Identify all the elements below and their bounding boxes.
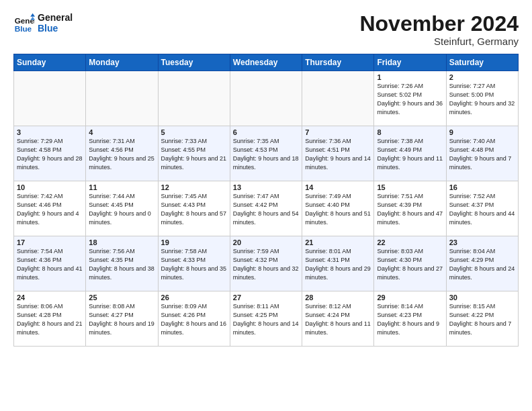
table-row: 16Sunrise: 7:52 AM Sunset: 4:37 PM Dayli… <box>446 181 518 236</box>
day-info: Sunrise: 7:26 AM Sunset: 5:02 PM Dayligh… <box>377 82 443 117</box>
day-number: 3 <box>17 128 83 136</box>
table-row: 10Sunrise: 7:42 AM Sunset: 4:46 PM Dayli… <box>14 181 86 236</box>
day-info: Sunrise: 7:58 AM Sunset: 4:33 PM Dayligh… <box>161 247 227 282</box>
day-info: Sunrise: 8:15 AM Sunset: 4:22 PM Dayligh… <box>449 302 515 337</box>
day-info: Sunrise: 7:59 AM Sunset: 4:32 PM Dayligh… <box>233 247 299 282</box>
table-row: 24Sunrise: 8:06 AM Sunset: 4:28 PM Dayli… <box>14 291 86 347</box>
table-row: 1Sunrise: 7:26 AM Sunset: 5:02 PM Daylig… <box>374 71 446 126</box>
table-row: 22Sunrise: 8:03 AM Sunset: 4:30 PM Dayli… <box>374 236 446 291</box>
header-saturday: Saturday <box>446 54 518 71</box>
header-sunday: Sunday <box>14 54 86 71</box>
table-row: 7Sunrise: 7:36 AM Sunset: 4:51 PM Daylig… <box>302 126 374 181</box>
table-row: 5Sunrise: 7:33 AM Sunset: 4:55 PM Daylig… <box>158 126 230 181</box>
day-number: 1 <box>377 73 443 81</box>
table-row: 3Sunrise: 7:29 AM Sunset: 4:58 PM Daylig… <box>14 126 86 181</box>
day-number: 4 <box>89 128 154 136</box>
day-info: Sunrise: 7:42 AM Sunset: 4:46 PM Dayligh… <box>17 192 83 227</box>
day-number: 18 <box>89 238 154 246</box>
day-info: Sunrise: 7:40 AM Sunset: 4:48 PM Dayligh… <box>449 137 515 172</box>
title-block: November 2024 Steinfurt, Germany <box>359 12 519 47</box>
table-row: 19Sunrise: 7:58 AM Sunset: 4:33 PM Dayli… <box>158 236 230 291</box>
logo-line1: General <box>38 12 73 23</box>
day-number: 22 <box>377 238 443 246</box>
header-monday: Monday <box>86 54 158 71</box>
table-row: 11Sunrise: 7:44 AM Sunset: 4:45 PM Dayli… <box>86 181 158 236</box>
day-info: Sunrise: 8:01 AM Sunset: 4:31 PM Dayligh… <box>305 247 371 282</box>
day-number: 27 <box>233 293 299 302</box>
table-row: 8Sunrise: 7:38 AM Sunset: 4:49 PM Daylig… <box>374 126 446 181</box>
day-info: Sunrise: 8:04 AM Sunset: 4:29 PM Dayligh… <box>449 247 515 282</box>
day-number: 21 <box>305 238 371 246</box>
day-info: Sunrise: 7:52 AM Sunset: 4:37 PM Dayligh… <box>449 192 515 227</box>
calendar-header-row: Sunday Monday Tuesday Wednesday Thursday… <box>14 54 519 71</box>
table-row: 23Sunrise: 8:04 AM Sunset: 4:29 PM Dayli… <box>446 236 518 291</box>
day-info: Sunrise: 7:45 AM Sunset: 4:43 PM Dayligh… <box>161 192 227 227</box>
table-row: 12Sunrise: 7:45 AM Sunset: 4:43 PM Dayli… <box>158 181 230 236</box>
day-info: Sunrise: 7:31 AM Sunset: 4:56 PM Dayligh… <box>89 137 154 172</box>
table-row: 14Sunrise: 7:49 AM Sunset: 4:40 PM Dayli… <box>302 181 374 236</box>
day-number: 7 <box>305 128 371 136</box>
day-info: Sunrise: 7:56 AM Sunset: 4:35 PM Dayligh… <box>89 247 154 282</box>
day-number: 5 <box>161 128 227 136</box>
table-row: 15Sunrise: 7:51 AM Sunset: 4:39 PM Dayli… <box>374 181 446 236</box>
day-number: 15 <box>377 183 443 191</box>
day-info: Sunrise: 7:49 AM Sunset: 4:40 PM Dayligh… <box>305 192 371 227</box>
logo: General Blue General Blue <box>13 12 73 34</box>
month-title: November 2024 <box>359 12 519 36</box>
table-row <box>302 71 374 126</box>
table-row: 30Sunrise: 8:15 AM Sunset: 4:22 PM Dayli… <box>446 291 518 347</box>
calendar-week-row: 3Sunrise: 7:29 AM Sunset: 4:58 PM Daylig… <box>14 126 519 181</box>
day-number: 28 <box>305 293 371 302</box>
header-wednesday: Wednesday <box>230 54 302 71</box>
table-row: 28Sunrise: 8:12 AM Sunset: 4:24 PM Dayli… <box>302 291 374 347</box>
calendar-week-row: 24Sunrise: 8:06 AM Sunset: 4:28 PM Dayli… <box>14 291 519 347</box>
day-info: Sunrise: 7:36 AM Sunset: 4:51 PM Dayligh… <box>305 137 371 172</box>
day-info: Sunrise: 8:14 AM Sunset: 4:23 PM Dayligh… <box>377 302 443 337</box>
day-number: 20 <box>233 238 299 246</box>
day-number: 25 <box>89 293 154 302</box>
day-info: Sunrise: 8:08 AM Sunset: 4:27 PM Dayligh… <box>89 302 154 337</box>
day-number: 13 <box>233 183 299 191</box>
table-row: 20Sunrise: 7:59 AM Sunset: 4:32 PM Dayli… <box>230 236 302 291</box>
day-info: Sunrise: 7:47 AM Sunset: 4:42 PM Dayligh… <box>233 192 299 227</box>
day-info: Sunrise: 7:51 AM Sunset: 4:39 PM Dayligh… <box>377 192 443 227</box>
day-number: 12 <box>161 183 227 191</box>
day-info: Sunrise: 8:09 AM Sunset: 4:26 PM Dayligh… <box>161 302 227 337</box>
day-number: 19 <box>161 238 227 246</box>
table-row: 4Sunrise: 7:31 AM Sunset: 4:56 PM Daylig… <box>86 126 158 181</box>
header-thursday: Thursday <box>302 54 374 71</box>
day-number: 30 <box>449 293 515 302</box>
table-row <box>86 71 158 126</box>
day-info: Sunrise: 7:54 AM Sunset: 4:36 PM Dayligh… <box>17 247 83 282</box>
day-info: Sunrise: 7:35 AM Sunset: 4:53 PM Dayligh… <box>233 137 299 172</box>
day-info: Sunrise: 7:44 AM Sunset: 4:45 PM Dayligh… <box>89 192 154 227</box>
day-number: 10 <box>17 183 83 191</box>
location-subtitle: Steinfurt, Germany <box>359 36 519 47</box>
logo-line2: Blue <box>38 23 73 34</box>
day-number: 23 <box>449 238 515 246</box>
day-info: Sunrise: 7:38 AM Sunset: 4:49 PM Dayligh… <box>377 137 443 172</box>
svg-marker-2 <box>30 13 35 17</box>
table-row <box>230 71 302 126</box>
day-info: Sunrise: 7:33 AM Sunset: 4:55 PM Dayligh… <box>161 137 227 172</box>
day-info: Sunrise: 8:11 AM Sunset: 4:25 PM Dayligh… <box>233 302 299 337</box>
table-row: 17Sunrise: 7:54 AM Sunset: 4:36 PM Dayli… <box>14 236 86 291</box>
day-number: 16 <box>449 183 515 191</box>
day-number: 26 <box>161 293 227 302</box>
day-info: Sunrise: 7:29 AM Sunset: 4:58 PM Dayligh… <box>17 137 83 172</box>
day-number: 24 <box>17 293 83 302</box>
table-row: 25Sunrise: 8:08 AM Sunset: 4:27 PM Dayli… <box>86 291 158 347</box>
day-info: Sunrise: 7:27 AM Sunset: 5:00 PM Dayligh… <box>449 82 515 117</box>
day-info: Sunrise: 8:03 AM Sunset: 4:30 PM Dayligh… <box>377 247 443 282</box>
svg-text:Blue: Blue <box>15 24 32 33</box>
day-number: 2 <box>449 73 515 81</box>
header-tuesday: Tuesday <box>158 54 230 71</box>
table-row: 26Sunrise: 8:09 AM Sunset: 4:26 PM Dayli… <box>158 291 230 347</box>
day-number: 14 <box>305 183 371 191</box>
calendar-week-row: 1Sunrise: 7:26 AM Sunset: 5:02 PM Daylig… <box>14 71 519 126</box>
day-info: Sunrise: 8:12 AM Sunset: 4:24 PM Dayligh… <box>305 302 371 337</box>
calendar-week-row: 17Sunrise: 7:54 AM Sunset: 4:36 PM Dayli… <box>14 236 519 291</box>
table-row: 27Sunrise: 8:11 AM Sunset: 4:25 PM Dayli… <box>230 291 302 347</box>
day-number: 29 <box>377 293 443 302</box>
table-row: 2Sunrise: 7:27 AM Sunset: 5:00 PM Daylig… <box>446 71 518 126</box>
